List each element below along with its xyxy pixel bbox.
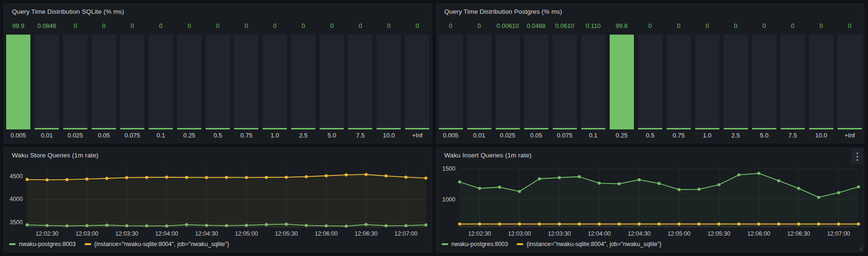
bar-fill: [724, 128, 748, 129]
x-axis-tick-label: 12:02:30: [36, 230, 59, 237]
bar-track: [348, 35, 372, 129]
data-point: [617, 222, 620, 225]
time-series-chart: 1000150012:02:3012:03:0012:03:3012:04:00…: [437, 162, 864, 239]
x-axis-tick-label: 12:05:30: [707, 230, 730, 237]
data-point: [857, 185, 859, 188]
legend-item-sqlite[interactable]: {instance="nwaku-sqlite:8004", job="nwak…: [85, 241, 229, 247]
data-point: [285, 176, 288, 179]
panel-waku-insert-queries: Waku Insert Queries (1m rate) 1000150012…: [436, 147, 865, 252]
series-color-chip: [517, 243, 523, 245]
legend-item-postgres[interactable]: nwaku-postgres:8003: [9, 241, 76, 247]
data-point: [66, 178, 68, 181]
x-axis-tick-label: 1.0: [695, 129, 719, 142]
x-axis-tick-label: 7.5: [348, 129, 372, 142]
legend-item-postgres[interactable]: nwaku-postgres:8003: [442, 241, 509, 247]
bar-fill: [667, 128, 691, 129]
x-axis-tick-label: 5.0: [752, 129, 776, 142]
histogram-bar-column: 99.80.25: [610, 18, 634, 142]
x-axis-tick-label: 12:05:00: [667, 230, 690, 237]
bar-fill: [809, 128, 833, 129]
bar-fill: [63, 128, 87, 129]
bar-fill: [92, 128, 116, 129]
panel-resize-handle[interactable]: [858, 246, 863, 251]
data-point: [717, 222, 720, 225]
x-axis-tick-label: 2.5: [291, 129, 315, 142]
x-axis-tick-label: 0.025: [63, 129, 87, 142]
bar-value-label: 0.00610: [496, 22, 520, 32]
legend-item-sqlite[interactable]: {instance="nwaku-sqlite:8004", job="nwak…: [517, 241, 661, 247]
bar-value-label: 0: [120, 22, 144, 32]
bar-value-label: 99.9: [6, 22, 30, 32]
x-axis-tick-label: 0.75: [234, 129, 258, 142]
data-point: [677, 222, 680, 225]
histogram-bar-column: 010.0: [377, 18, 401, 142]
chart-legend: nwaku-postgres:8003 {instance="nwaku-sql…: [4, 239, 432, 252]
y-axis-tick-label: 1500: [442, 165, 455, 172]
bar-value-label: 0: [439, 22, 463, 32]
histogram-bar-column: 00.05: [92, 18, 116, 142]
histogram-bar-column: 010.0: [809, 18, 833, 142]
bar-value-label: 0: [263, 22, 287, 32]
data-point: [498, 222, 500, 225]
bar-track: [752, 35, 776, 129]
bar-fill: [320, 128, 344, 129]
histogram-bar-column: 0+Inf: [838, 18, 862, 142]
data-point: [697, 188, 700, 191]
bar-fill: [149, 128, 173, 129]
bar-track: [92, 35, 116, 129]
data-point: [458, 222, 461, 225]
bar-value-label: 0: [320, 22, 344, 32]
data-point: [797, 222, 800, 225]
panel-header[interactable]: Waku Insert Queries (1m rate): [437, 148, 864, 162]
bar-fill: [638, 128, 662, 129]
bar-track: [553, 35, 577, 129]
bar-fill: [35, 128, 59, 129]
data-point: [637, 222, 640, 225]
bar-fill: [377, 128, 401, 129]
line-chart-canvas: 1000150012:02:3012:03:0012:03:3012:04:00…: [437, 162, 864, 239]
data-point: [597, 222, 600, 225]
panel-waku-store-queries: Waku Store Queries (1m rate) 35004000450…: [4, 147, 432, 252]
panel-header[interactable]: Waku Store Queries (1m rate): [4, 148, 432, 162]
x-axis-tick-label: 0.005: [6, 129, 30, 142]
x-axis-tick-label: 12:06:00: [315, 230, 338, 237]
panel-title: Waku Store Queries (1m rate): [12, 152, 98, 159]
bar-value-label: 0: [838, 22, 862, 32]
bar-fill: [752, 128, 776, 129]
histogram-bar-column: 00.25: [177, 18, 201, 142]
bar-fill: [838, 128, 862, 129]
bar-track: [149, 35, 173, 129]
bar-track: [638, 35, 662, 129]
x-axis-tick-label: 12:03:30: [115, 230, 139, 237]
data-point: [697, 222, 700, 225]
data-point: [737, 174, 740, 176]
bar-track: [405, 35, 429, 129]
bar-track: [439, 35, 463, 129]
bar-fill: [177, 128, 201, 129]
x-axis-tick-label: 12:06:00: [747, 230, 770, 237]
data-point: [797, 187, 800, 190]
data-point: [577, 222, 580, 225]
y-axis-tick-label: 3500: [9, 219, 23, 226]
panel-header[interactable]: Query Time Distribution SQLite (% ms): [4, 4, 432, 18]
histogram-bar-column: 99.90.005: [6, 18, 30, 142]
bar-fill: [405, 128, 429, 129]
data-point: [345, 174, 348, 176]
x-axis-tick-label: 12:04:00: [155, 230, 179, 237]
x-axis-tick-label: 0.025: [496, 129, 520, 142]
bar-track: [120, 35, 144, 129]
bar-track: [234, 35, 258, 129]
panel-header[interactable]: Query Time Distribution Postgres (% ms): [437, 4, 864, 18]
bar-value-label: 0: [92, 22, 116, 32]
bar-fill: [524, 128, 548, 129]
bar-track: [467, 35, 491, 129]
bar-value-label: 0: [177, 22, 201, 32]
panel-menu-button[interactable]: [851, 149, 863, 164]
bar-value-label: 0.0488: [524, 22, 548, 32]
bar-track: [610, 35, 634, 129]
y-axis-tick-label: 1000: [442, 196, 455, 203]
x-axis-tick-label: 0.005: [439, 129, 463, 142]
series-color-chip: [85, 243, 91, 245]
x-axis-tick-label: 12:06:30: [355, 230, 378, 237]
data-point: [498, 186, 500, 189]
